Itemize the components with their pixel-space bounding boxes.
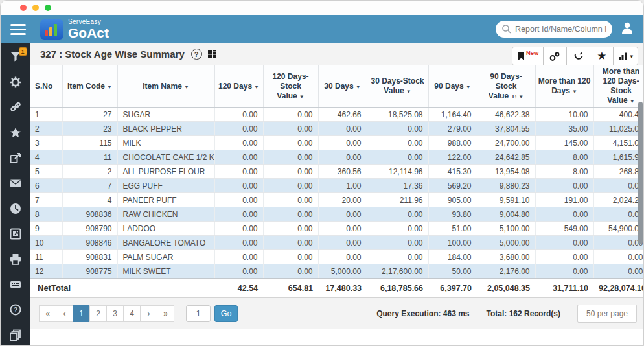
search-input[interactable] bbox=[496, 21, 612, 38]
column-header[interactable]: 30 Days▼ bbox=[318, 65, 367, 108]
table-cell: 0.00 bbox=[318, 150, 367, 165]
sort-caret-icon[interactable]: ▼ bbox=[518, 94, 523, 100]
page-button-nav[interactable]: ‹ bbox=[56, 305, 73, 322]
copy-pages-icon[interactable] bbox=[10, 329, 21, 341]
history-clock-icon[interactable] bbox=[10, 203, 21, 214]
table-cell: 0.00 bbox=[367, 122, 428, 136]
table-row[interactable]: 9908790LADDOO0.000.000.000.0051.005,100.… bbox=[30, 222, 643, 236]
sort-caret-icon[interactable]: ▼ bbox=[356, 84, 361, 90]
sort-caret-icon[interactable]: ▼ bbox=[406, 89, 411, 95]
table-cell: 462.66 bbox=[318, 108, 367, 122]
table-row[interactable]: 10908846BANGALORE TOMATO0.000.000.000.00… bbox=[30, 236, 643, 250]
column-header[interactable]: More than 120 Days-Stock Value▼ bbox=[593, 65, 643, 108]
filter-icon[interactable]: 1 bbox=[10, 51, 21, 63]
table-cell: ALL PURPOSE FLOUR bbox=[117, 165, 214, 179]
table-cell: 0.00 bbox=[535, 236, 593, 250]
pager: «‹1234›» bbox=[40, 305, 174, 322]
table-cell: 2,024.20 bbox=[593, 193, 643, 207]
goto-page-input[interactable] bbox=[186, 305, 211, 322]
new-bookmark-button[interactable]: New bbox=[512, 47, 544, 65]
page-button-nav[interactable]: » bbox=[157, 305, 174, 322]
column-header[interactable]: 30 Days-Stock Value▼ bbox=[367, 65, 428, 108]
user-profile-icon[interactable] bbox=[620, 21, 634, 38]
column-header[interactable]: 120 Days-Stock Value▼ bbox=[263, 65, 318, 108]
favorite-button[interactable]: ★ bbox=[590, 47, 614, 65]
page-button-1[interactable]: 1 bbox=[73, 305, 90, 322]
share-icon[interactable] bbox=[10, 152, 21, 164]
per-page-select[interactable]: 50 per page bbox=[577, 305, 637, 323]
page-button-2[interactable]: 2 bbox=[89, 305, 107, 322]
table-row[interactable]: 67EGG PUFF0.000.001.0017.36569.209,880.2… bbox=[30, 179, 643, 193]
close-button[interactable] bbox=[20, 5, 27, 11]
table-cell: 0.00 bbox=[263, 222, 318, 236]
table-cell: 0.00 bbox=[593, 236, 643, 250]
sort-caret-icon[interactable]: ▼ bbox=[107, 84, 112, 90]
table-row[interactable]: 12908775MILK SWEET0.000.005,000.002,17,6… bbox=[30, 264, 643, 279]
column-header[interactable]: More than 120 Days▼ bbox=[535, 65, 593, 108]
table-cell: 415.30 bbox=[428, 165, 477, 179]
table-row[interactable]: 223BLACK PEPPER0.000.000.000.00279.0037,… bbox=[30, 122, 643, 136]
table-cell: 10.00 bbox=[535, 108, 593, 122]
maximize-button[interactable] bbox=[45, 5, 51, 11]
sort-caret-icon[interactable]: ▼ bbox=[299, 94, 305, 100]
page-button-nav[interactable]: « bbox=[39, 305, 56, 322]
keyboard-icon[interactable] bbox=[10, 279, 21, 290]
column-header[interactable]: Item Code▼ bbox=[62, 65, 117, 108]
settings-gear-icon[interactable] bbox=[10, 76, 21, 88]
sort-caret-icon[interactable]: ▼ bbox=[184, 84, 189, 90]
table-cell: 24,700.00 bbox=[477, 136, 535, 150]
mail-icon[interactable] bbox=[10, 178, 21, 189]
sort-caret-icon[interactable]: ▼ bbox=[572, 89, 577, 95]
table-cell: 908790 bbox=[62, 222, 117, 236]
table-row[interactable]: 11908831PALM SUGAR0.000.000.000.00184.00… bbox=[30, 250, 643, 264]
page-button-3[interactable]: 3 bbox=[106, 305, 124, 322]
column-header[interactable]: 120 Days▼ bbox=[214, 65, 263, 108]
column-label: S.No bbox=[35, 82, 52, 91]
export-image-icon[interactable] bbox=[10, 228, 21, 240]
star-icon[interactable] bbox=[10, 127, 21, 139]
net-total-value: 31,711.10 bbox=[535, 279, 593, 298]
page-button-nav[interactable]: › bbox=[140, 305, 157, 322]
table-row[interactable]: 127SUGAR0.000.00462.6618,525.081,164.404… bbox=[30, 108, 643, 122]
report-help-icon[interactable]: ? bbox=[191, 49, 202, 60]
column-header[interactable]: Item Name▼ bbox=[117, 65, 214, 108]
table-cell: 0.00 bbox=[263, 150, 318, 165]
sort-caret-icon[interactable]: ▼ bbox=[254, 84, 259, 90]
table-cell: 908775 bbox=[62, 264, 117, 279]
table-row[interactable]: 411CHOCOLATE CAKE 1/2 KG0.000.000.000.00… bbox=[30, 150, 643, 165]
table-cell: 2,176.00 bbox=[477, 264, 535, 279]
page-button-4[interactable]: 4 bbox=[123, 305, 141, 322]
table-cell: 0.00 bbox=[593, 250, 643, 264]
help-circle-icon[interactable]: ? bbox=[10, 304, 21, 316]
table-cell: 0.00 bbox=[263, 108, 318, 122]
chart-view-button[interactable]: ▾ bbox=[613, 47, 638, 65]
menu-icon[interactable] bbox=[10, 21, 26, 38]
table-cell: 0.00 bbox=[318, 222, 367, 236]
table-row[interactable]: 74PANEER PUFF0.000.0020.00211.96905.009,… bbox=[30, 193, 643, 207]
vertical-scrollbar-thumb[interactable] bbox=[638, 102, 643, 244]
net-total-value: 92,28,074.10 bbox=[593, 279, 643, 298]
table-cell: 4,151.00 bbox=[593, 136, 643, 150]
table-cell: 1,615.90 bbox=[593, 150, 643, 165]
vertical-scrollbar-track[interactable] bbox=[638, 102, 643, 277]
table-cell: 0.00 bbox=[367, 250, 428, 264]
refresh-button[interactable] bbox=[566, 47, 590, 65]
column-header[interactable]: 90 Days▼ bbox=[428, 65, 477, 108]
favorite-star-icon: ★ bbox=[597, 51, 606, 62]
link-icon[interactable] bbox=[10, 102, 21, 113]
search-icon bbox=[501, 24, 512, 37]
column-header[interactable]: 90 Days-Stock ValueT↕▼ bbox=[477, 65, 535, 108]
sort-caret-icon[interactable]: ▼ bbox=[466, 84, 471, 90]
minimize-button[interactable] bbox=[32, 5, 39, 11]
column-label: Item Name bbox=[143, 82, 182, 91]
net-total-row: NetTotal42.54654.8117,480.336,18,785.666… bbox=[30, 278, 643, 298]
table-row[interactable]: 8908836RAW CHICKEN0.000.000.000.0093.809… bbox=[30, 207, 643, 222]
go-button[interactable]: Go bbox=[214, 305, 238, 322]
layout-grid-icon[interactable] bbox=[207, 49, 217, 59]
relations-button[interactable] bbox=[543, 47, 567, 65]
table-row[interactable]: 52ALL PURPOSE FLOUR0.000.00360.5612,114.… bbox=[30, 165, 643, 179]
sort-caret-icon[interactable]: ▼ bbox=[630, 98, 635, 104]
table-row[interactable]: 3115MILK0.000.000.000.00988.0024,700.001… bbox=[30, 136, 643, 150]
table-cell: 400.40 bbox=[593, 108, 643, 122]
print-icon[interactable] bbox=[10, 253, 21, 265]
